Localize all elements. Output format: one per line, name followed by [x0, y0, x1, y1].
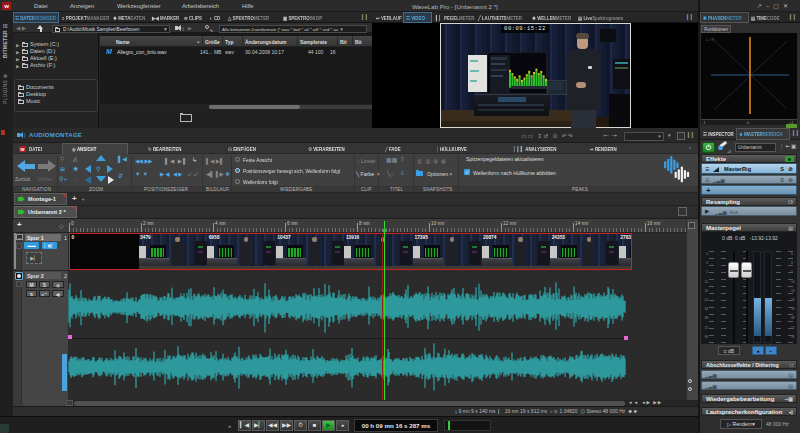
- svg-text:L / R: L / R: [706, 37, 714, 42]
